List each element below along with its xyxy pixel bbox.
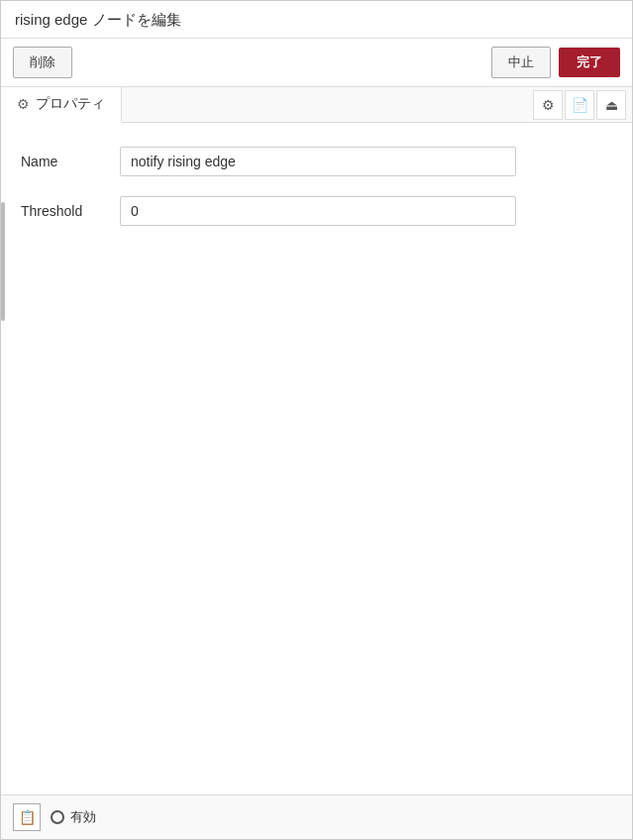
title-bar: rising edge ノードを編集 (1, 1, 632, 39)
cancel-button[interactable]: 中止 (491, 47, 551, 78)
status-label: 有効 (70, 808, 96, 826)
delete-button[interactable]: 削除 (13, 47, 72, 78)
note-button[interactable]: 📋 (13, 803, 41, 831)
doc-icon: 📄 (572, 97, 588, 113)
tab-gear-button[interactable]: ⚙ (533, 90, 563, 120)
gear-icon: ⚙ (542, 97, 555, 113)
note-icon: 📋 (19, 809, 36, 825)
content-area: Name Threshold (1, 123, 632, 794)
scroll-indicator (1, 202, 5, 321)
status-area: 有効 (51, 808, 96, 826)
properties-tab-label: プロパティ (36, 95, 105, 113)
threshold-row: Threshold (21, 196, 612, 226)
toolbar: 削除 中止 完了 (1, 39, 632, 87)
tab-doc-button[interactable]: 📄 (565, 90, 594, 120)
tab-bar: ⚙ プロパティ ⚙ 📄 ⏏ (1, 87, 632, 123)
tab-properties[interactable]: ⚙ プロパティ (1, 87, 122, 123)
name-label: Name (21, 154, 120, 169)
status-circle-icon (51, 810, 64, 824)
properties-tab-icon: ⚙ (17, 96, 30, 112)
threshold-label: Threshold (21, 203, 120, 219)
tab-export-button[interactable]: ⏏ (596, 90, 626, 120)
threshold-input[interactable] (120, 196, 516, 226)
name-row: Name (21, 147, 612, 176)
footer: 📋 有効 (1, 794, 632, 839)
export-icon: ⏏ (605, 97, 618, 113)
done-button[interactable]: 完了 (559, 48, 620, 77)
page-title: rising edge ノードを編集 (15, 11, 181, 28)
tab-icons-right: ⚙ 📄 ⏏ (533, 90, 632, 120)
name-input[interactable] (120, 147, 516, 176)
